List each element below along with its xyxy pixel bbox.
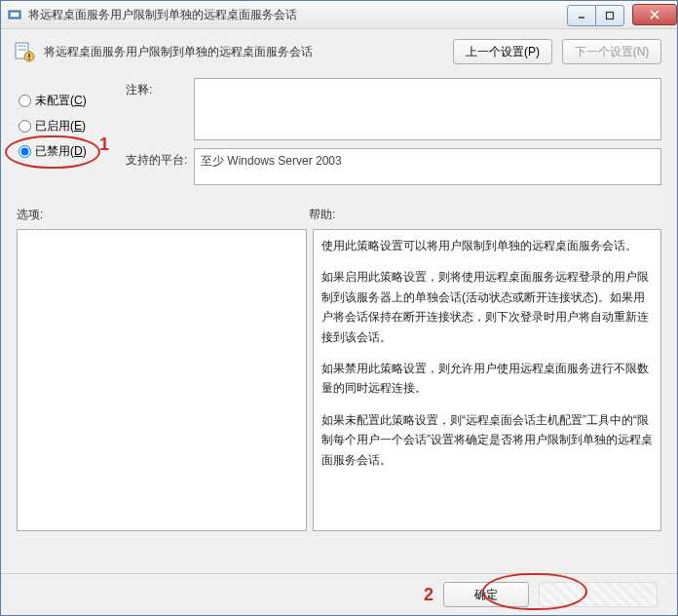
ok-button[interactable]: 确定 [443, 582, 529, 607]
policy-icon [13, 40, 36, 63]
radio-enabled[interactable] [19, 120, 31, 133]
svg-rect-5 [18, 45, 26, 47]
svg-rect-8 [28, 54, 30, 58]
svg-rect-3 [607, 13, 614, 19]
options-panel[interactable] [17, 229, 307, 531]
maximize-button[interactable] [595, 5, 624, 26]
content-area: 未配置(C) 已启用(E) 已禁用(D) 注释: 支持的平台: [1, 74, 677, 531]
help-label: 帮助: [309, 207, 661, 223]
minimize-button[interactable] [567, 5, 596, 26]
radio-enabled-label[interactable]: 已启用(E) [35, 118, 86, 135]
svg-rect-1 [11, 13, 19, 17]
next-setting-button: 下一个设置(N) [562, 39, 661, 64]
options-label: 选项: [17, 207, 309, 223]
help-p1: 使用此策略设置可以将用户限制到单独的远程桌面服务会话。 [321, 236, 653, 255]
panels-row: 使用此策略设置可以将用户限制到单独的远程桌面服务会话。 如果启用此策略设置，则将… [17, 229, 661, 531]
comment-label: 注释: [126, 78, 194, 98]
svg-rect-9 [28, 58, 30, 60]
platform-box: 至少 Windows Server 2003 [194, 148, 661, 185]
radio-group: 未配置(C) 已启用(E) 已禁用(D) [17, 78, 126, 193]
window-controls [568, 5, 624, 24]
radio-not-configured[interactable] [19, 95, 31, 107]
config-area: 未配置(C) 已启用(E) 已禁用(D) 注释: 支持的平台: [17, 78, 661, 193]
radio-disabled-label[interactable]: 已禁用(D) [35, 143, 87, 160]
section-labels: 选项: 帮助: [17, 207, 661, 223]
footer-obscured-area [539, 582, 658, 607]
svg-rect-6 [18, 49, 26, 51]
platform-label: 支持的平台: [126, 148, 194, 169]
help-p2: 如果启用此策略设置，则将使用远程桌面服务远程登录的用户限制到该服务器上的单独会话… [321, 267, 653, 347]
titlebar: 将远程桌面服务用户限制到单独的远程桌面服务会话 [1, 1, 677, 29]
header-row: 将远程桌面服务用户限制到单独的远程桌面服务会话 上一个设置(P) 下一个设置(N… [1, 29, 677, 74]
help-panel[interactable]: 使用此策略设置可以将用户限制到单独的远程桌面服务会话。 如果启用此策略设置，则将… [313, 229, 661, 531]
help-p3: 如果禁用此策略设置，则允许用户使用远程桌面服务进行不限数量的同时远程连接。 [321, 359, 653, 399]
help-p4: 如果未配置此策略设置，则“远程桌面会话主机配置”工具中的“限制每个用户一个会话”… [321, 410, 653, 470]
policy-editor-window: 将远程桌面服务用户限制到单独的远程桌面服务会话 将远程桌面服务用户限制到单独的远… [0, 0, 678, 616]
close-button[interactable] [632, 4, 677, 25]
annotation-number-2: 2 [424, 585, 433, 605]
header-title: 将远程桌面服务用户限制到单独的远程桌面服务会话 [44, 44, 443, 60]
radio-disabled[interactable] [19, 145, 31, 158]
right-column: 注释: 支持的平台: 至少 Windows Server 2003 [126, 78, 661, 193]
footer-bar: 2 确定 [1, 573, 677, 615]
app-icon [7, 7, 22, 22]
comment-textarea[interactable] [194, 78, 661, 140]
radio-not-configured-label[interactable]: 未配置(C) [35, 93, 87, 109]
prev-setting-button[interactable]: 上一个设置(P) [453, 39, 552, 64]
window-title: 将远程桌面服务用户限制到单独的远程桌面服务会话 [28, 7, 568, 23]
